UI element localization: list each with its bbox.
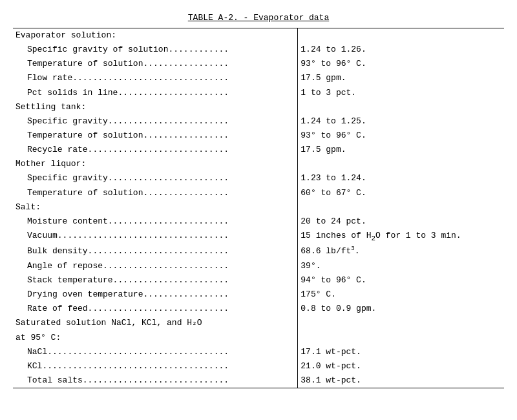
row-label: Pct solids in line...................... — [13, 86, 298, 100]
table-row: Recycle rate............................… — [13, 143, 504, 157]
table-row: Pct solids in line......................… — [13, 86, 504, 100]
row-label: Stack temperature....................... — [13, 273, 298, 288]
table-row: Temperature of solution.................… — [13, 57, 504, 71]
table-row: KCl.....................................… — [13, 359, 504, 373]
row-value — [298, 331, 504, 345]
table-row: Moisture content........................… — [13, 215, 504, 229]
row-value: 94° to 96° C. — [298, 273, 504, 288]
table-row: Saturated solution NaCl, KCl, and H₂O — [13, 316, 504, 330]
row-value: 17.5 gpm. — [298, 143, 504, 157]
row-label: NaCl.................................... — [13, 345, 298, 359]
table-row: Specific gravity........................… — [13, 114, 504, 129]
row-value: 20 to 24 pct. — [298, 215, 504, 229]
row-label: Mother liquor: — [13, 157, 298, 171]
table-row: Flow rate...............................… — [13, 71, 504, 85]
row-label: Specific gravity........................ — [13, 171, 298, 185]
row-value — [298, 28, 504, 43]
table-row: Evaporator solution: — [13, 28, 504, 43]
row-label: KCl..................................... — [13, 359, 298, 373]
row-value: 1.24 to 1.26. — [298, 43, 504, 57]
row-label: Evaporator solution: — [13, 28, 298, 43]
table-row: Angle of repose.........................… — [13, 259, 504, 273]
row-value: 93° to 96° C. — [298, 129, 504, 143]
row-value: 0.8 to 0.9 gpm. — [298, 302, 504, 316]
row-label: Vacuum.................................. — [13, 229, 298, 244]
row-label: Flow rate............................... — [13, 71, 298, 85]
row-value: 21.0 wt-pct. — [298, 359, 504, 373]
row-value: 38.1 wt-pct. — [298, 373, 504, 388]
table-row: Total salts.............................… — [13, 373, 504, 388]
row-label: Drying oven temperature................. — [13, 288, 298, 302]
row-value: 60° to 67° C. — [298, 186, 504, 200]
data-table: Evaporator solution:Specific gravity of … — [13, 28, 504, 388]
table-row: Salt: — [13, 200, 504, 215]
row-label: Recycle rate............................ — [13, 143, 298, 157]
row-value: 39°. — [298, 259, 504, 273]
table-row: Bulk density............................… — [13, 244, 504, 258]
row-label: Angle of repose......................... — [13, 259, 298, 273]
row-label: Bulk density............................ — [13, 244, 298, 258]
table-title: TABLE A-2. - Evaporator data — [13, 13, 504, 23]
row-value — [298, 157, 504, 171]
row-label: Settling tank: — [13, 100, 298, 114]
row-label: Temperature of solution................. — [13, 186, 298, 200]
table-row: Rate of feed............................… — [13, 302, 504, 316]
table-row: Specific gravity of solution............… — [13, 43, 504, 57]
table-row: Specific gravity........................… — [13, 171, 504, 185]
row-value: 68.6 lb/ft3. — [298, 244, 504, 258]
table-row: Drying oven temperature.................… — [13, 288, 504, 302]
table-row: Temperature of solution.................… — [13, 186, 504, 200]
row-value — [298, 100, 504, 114]
table-row: Vacuum..................................… — [13, 229, 504, 244]
table-row: Temperature of solution.................… — [13, 129, 504, 143]
table-row: Mother liquor: — [13, 157, 504, 171]
row-label: Specific gravity of solution............ — [13, 43, 298, 57]
row-label: Salt: — [13, 200, 298, 215]
row-value: 175° C. — [298, 288, 504, 302]
row-value: 17.1 wt-pct. — [298, 345, 504, 359]
row-label: Saturated solution NaCl, KCl, and H₂O — [13, 316, 298, 330]
row-label: at 95° C: — [13, 331, 298, 345]
row-value: 1.24 to 1.25. — [298, 114, 504, 129]
row-label: Total salts............................. — [13, 373, 298, 388]
row-label: Moisture content........................ — [13, 215, 298, 229]
table-row: Stack temperature.......................… — [13, 273, 504, 288]
table-row: Settling tank: — [13, 100, 504, 114]
row-value: 1.23 to 1.24. — [298, 171, 504, 185]
table-row: at 95° C: — [13, 331, 504, 345]
row-label: Temperature of solution................. — [13, 129, 298, 143]
row-label: Temperature of solution................. — [13, 57, 298, 71]
row-value — [298, 200, 504, 215]
table-row: NaCl....................................… — [13, 345, 504, 359]
row-value: 15 inches of H2O for 1 to 3 min. — [298, 229, 504, 244]
row-label: Rate of feed............................ — [13, 302, 298, 316]
row-value: 17.5 gpm. — [298, 71, 504, 85]
row-value: 93° to 96° C. — [298, 57, 504, 71]
row-value: 1 to 3 pct. — [298, 86, 504, 100]
row-value — [298, 316, 504, 330]
page-container: TABLE A-2. - Evaporator data Evaporator … — [13, 13, 504, 388]
row-label: Specific gravity........................ — [13, 114, 298, 129]
